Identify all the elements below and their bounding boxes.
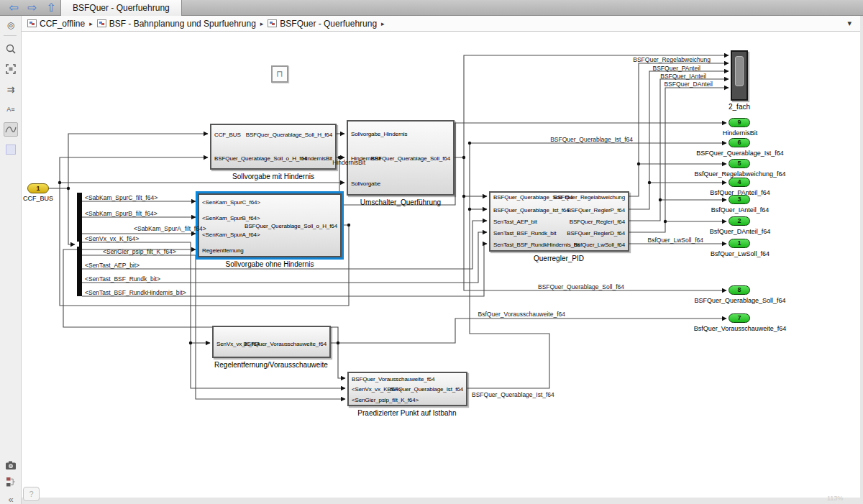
wire-label: BSFQuer_Querablage_Ist_f64 <box>518 136 633 143</box>
outport-label: BsfQuer_LwSoll_f64 <box>682 250 798 257</box>
scope-block[interactable] <box>731 50 748 101</box>
pulse-block[interactable]: ⊓ <box>271 65 288 83</box>
block-sollvorgabe-ohne-hindernis[interactable]: <SenKam_SpurC_f64> <SenKam_SpurB_f64> <S… <box>198 193 342 257</box>
block-inport-label: BSFQuer_Vorausschauweite_f64 <box>352 376 435 383</box>
block-outport-label: BSFQuer_ReglerP_f64 <box>567 207 625 214</box>
collapse-rail-icon[interactable]: « <box>4 492 18 504</box>
outport-vorausschauweite[interactable]: 7 <box>729 313 750 323</box>
block-inport-label: <SenKam_SpurA_f64> <box>202 232 260 239</box>
block-name[interactable]: Sollvorgabe ohne Hindernis <box>191 260 349 268</box>
breadcrumb-separator-icon: ▸ <box>89 20 93 27</box>
outport-hindernisbit[interactable]: 9 <box>729 118 750 127</box>
outport-querablage-ist[interactable]: 6 <box>729 138 750 147</box>
outport-regelabweichung[interactable]: 5 <box>729 159 750 168</box>
area-select-icon[interactable] <box>4 142 18 157</box>
breadcrumb-item-bsf[interactable]: BSF - Bahnplanung und Spurfuehrung <box>97 19 256 29</box>
outport-label: BsfQuer_IAnteil_f64 <box>682 206 798 214</box>
left-toolbar: ◎ ⇉ A≡ « <box>0 16 22 504</box>
outport-label: BSFQuer_Querablage_Ist_f64 <box>682 150 798 157</box>
block-name[interactable]: 2_fach <box>718 103 761 111</box>
block-inport-label: <SenKam_SpurB_f64> <box>202 215 260 222</box>
breadcrumb-item-bsfquer[interactable]: BSFQuer - Querfuehrung <box>268 19 377 29</box>
model-icon <box>27 19 37 27</box>
block-inport-label: BSFQuer_Querablage_Soll_o_H_f64 <box>214 155 307 162</box>
toolbar-divider <box>4 35 17 36</box>
outport-danteil[interactable]: 2 <box>729 216 750 226</box>
outport-label: BSFQuer_Querablage_Soll_f64 <box>682 297 798 304</box>
nav-up-icon[interactable]: ⇧ <box>42 0 60 16</box>
wire-label: BSFQuer_Regelabweichung <box>595 56 711 63</box>
bus-signal-label: <SabKam_SpurA_filt_f64> <box>134 225 206 232</box>
wire-label: BSFQuer_DAnteil <box>598 81 713 88</box>
bus-signal-label: <SabKam_SpurC_filt_f64> <box>85 194 157 201</box>
outport-label: BsfQuer_Regelabweichung_f64 <box>682 170 798 178</box>
fit-to-view-icon[interactable] <box>4 62 18 76</box>
breadcrumb-separator-icon: ▸ <box>260 20 264 27</box>
screenshot-camera-icon[interactable] <box>4 458 18 472</box>
block-inport-label: SenTast_AEP_bit <box>493 219 537 226</box>
block-inport-label: CCF_BUS <box>214 132 241 139</box>
outport-label: BsfQuer_Vorausschauweite_f64 <box>682 325 798 332</box>
block-outport-label: BSFQuer_Querablage_Soll_f64 <box>371 155 450 162</box>
bus-signal-label: <SenTast_BSF_RundkHindernis_bit> <box>85 289 186 296</box>
wire-label: BsfQuer_Vorausschauweite_f64 <box>450 311 565 318</box>
inport-ccf-bus[interactable]: 1 <box>27 183 49 193</box>
breadcrumb-label[interactable]: BSF - Bahnplanung und Spurfuehrung <box>109 19 256 29</box>
tab-bsfquer[interactable]: BSFQuer - Querfuehrung <box>60 0 182 16</box>
block-outport-label: BSFQuer_Regelabweichung <box>554 194 625 201</box>
curve-annotation-icon[interactable] <box>4 122 18 137</box>
block-inport-label: <SenGier_psip_filt_K_f64> <box>352 397 419 404</box>
bus-signal-label: <SenTast_AEP_bit> <box>85 262 140 269</box>
title-bar: ⇦ ⇨ ⇧ BSFQuer - Querfuehrung <box>0 0 863 16</box>
block-outport-label: BSFQuer_Querablage_Ist_f64 <box>388 386 463 393</box>
annotation-icon[interactable]: A≡ <box>4 102 18 116</box>
wire-label: HindernisBit <box>302 159 365 166</box>
zoom-icon[interactable] <box>4 42 18 56</box>
block-umschalter-querfuehrung[interactable]: Sollvorgabe_Hindernis HindernisBit Sollv… <box>347 120 455 196</box>
block-inport-label: Sollvorgabe <box>351 180 380 188</box>
block-name[interactable]: Regelentfernung/Vorausschauweite <box>188 361 354 369</box>
scope-screen <box>735 56 744 86</box>
block-name[interactable]: Querregler_PID <box>501 255 616 262</box>
block-regelentfernung[interactable]: SenVx_vx_K_f64 BSFQuer_Vorausschauweite_… <box>212 326 331 358</box>
outport-label: BsfQuer_DAnteil_f64 <box>682 228 798 235</box>
outport-querablage-soll[interactable]: 8 <box>729 285 750 295</box>
outport-panteil[interactable]: 4 <box>729 178 750 187</box>
legend-button[interactable]: ? <box>23 487 40 501</box>
nav-forward-icon[interactable]: ⇨ <box>23 0 42 16</box>
outport-label: HindernisBit <box>682 129 798 137</box>
outport-ianteil[interactable]: 3 <box>729 195 750 204</box>
wire-label: BSFQuer_IAnteil <box>591 73 706 80</box>
block-outport-label: BSFQuer_Vorausschauweite_f64 <box>244 341 327 348</box>
block-praedizierter-punkt[interactable]: BSFQuer_Vorausschauweite_f64 <SenVx_vx_K… <box>347 372 467 406</box>
block-outport-label: BSFQuer_Querablage_Soll_H_f64 <box>246 132 332 139</box>
block-name[interactable]: Praedizierter Punkt auf Istbahn <box>328 409 486 417</box>
bus-signal-label: <SenVx_vx_K_f64> <box>85 235 139 242</box>
block-inport-label: SenTast_BSF_RundkHindernis_bit <box>493 242 580 249</box>
inport-label: CCF_BUS <box>9 195 67 202</box>
bus-selector-inport <box>77 242 79 247</box>
simulink-window: { "window": { "tab_title": "BSFQuer - Qu… <box>0 0 863 504</box>
outport-lwsoll[interactable]: 1 <box>729 239 750 248</box>
block-inport-label: Sollvorgabe_Hindernis <box>351 131 407 138</box>
breadcrumb-item-ccf-offline[interactable]: CCF_offline <box>27 19 85 29</box>
bus-signal-label: <SenTast_BSF_Rundk_bit> <box>85 275 160 283</box>
block-name[interactable]: Umschalter_Querführung <box>336 198 465 206</box>
nav-back-icon[interactable]: ⇦ <box>4 0 23 16</box>
breadcrumb-dropdown-icon[interactable]: ▾ <box>847 19 854 28</box>
breadcrumb-label[interactable]: BSFQuer - Querfuehrung <box>280 19 377 29</box>
breadcrumb-label[interactable]: CCF_offline <box>40 19 85 29</box>
block-outport-label: BSFQuer_ReglerI_f64 <box>570 219 625 226</box>
bus-signal-label: <SabKam_SpurB_filt_f64> <box>85 210 157 217</box>
block-name[interactable]: Sollvorgabe mit Hindernis <box>201 173 345 180</box>
bus-signal-label: <SenGier_psip_filt_K_f64> <box>103 248 176 255</box>
model-canvas[interactable] <box>22 32 860 498</box>
route-signals-icon[interactable]: ⇉ <box>4 82 18 96</box>
hide-explorer-bar-icon[interactable]: ◎ <box>4 18 18 32</box>
model-browser-icon[interactable] <box>4 475 18 489</box>
wire-label: BSFQuer_Querablage_Soll_f64 <box>509 283 624 290</box>
wire-label: BSFQuer_Querablage_Ist_f64 <box>472 391 554 398</box>
block-inport-label: SenTast_BSF_Rundk_bit <box>493 230 556 237</box>
subsystem-icon <box>97 19 106 27</box>
block-inport-label: BSFQuer_Querablage_Ist_f64 <box>493 207 569 214</box>
